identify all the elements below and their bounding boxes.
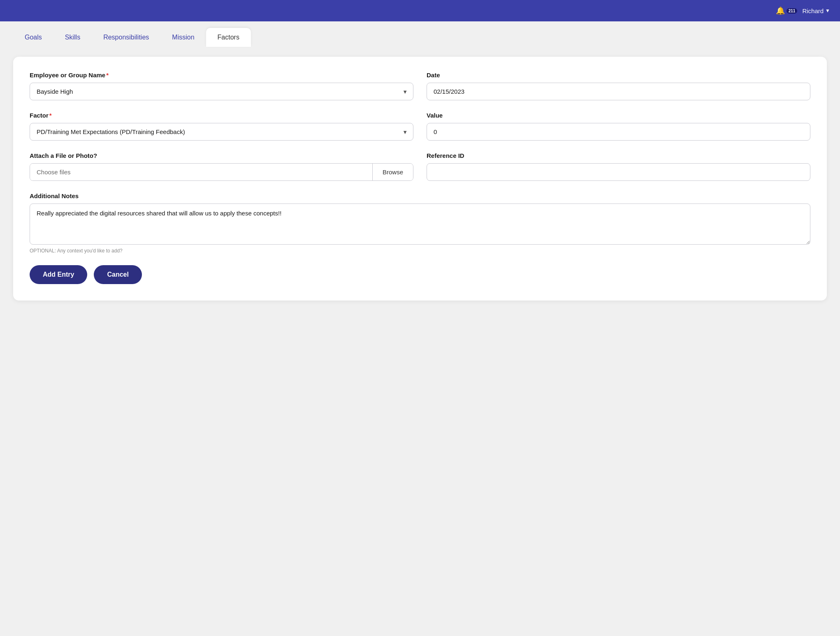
employee-group: Employee or Group Name* Bayside High ▼	[30, 72, 413, 100]
form-row-2: Factor* PD/Training Met Expectations (PD…	[30, 112, 810, 141]
value-input[interactable]	[427, 123, 810, 141]
tab-responsibilities[interactable]: Responsibilities	[92, 28, 160, 47]
file-placeholder: Choose files	[30, 164, 372, 180]
notes-section: Additional Notes Really appreciated the …	[30, 192, 810, 254]
notification-bell[interactable]: 🔔 211	[776, 6, 798, 15]
user-menu[interactable]: Richard ▼	[802, 7, 830, 14]
file-group: Attach a File or Photo? Choose files Bro…	[30, 152, 413, 181]
date-label: Date	[427, 72, 810, 79]
browse-button[interactable]: Browse	[372, 164, 413, 180]
value-group: Value	[427, 112, 810, 141]
factor-select[interactable]: PD/Training Met Expectations (PD/Trainin…	[30, 123, 413, 141]
required-star: *	[106, 72, 109, 79]
employee-select-wrapper: Bayside High ▼	[30, 83, 413, 100]
value-label: Value	[427, 112, 810, 119]
main-content: Employee or Group Name* Bayside High ▼ D…	[0, 47, 840, 317]
reference-label: Reference ID	[427, 152, 810, 159]
factor-select-wrapper: PD/Training Met Expectations (PD/Trainin…	[30, 123, 413, 141]
factor-group: Factor* PD/Training Met Expectations (PD…	[30, 112, 413, 141]
cancel-button[interactable]: Cancel	[94, 265, 142, 284]
employee-label: Employee or Group Name*	[30, 72, 413, 79]
notes-group: Additional Notes Really appreciated the …	[30, 192, 810, 245]
employee-select[interactable]: Bayside High	[30, 83, 413, 100]
form-row-1: Employee or Group Name* Bayside High ▼ D…	[30, 72, 810, 100]
date-group: Date	[427, 72, 810, 100]
user-name: Richard	[802, 7, 824, 14]
optional-hint: OPTIONAL: Any context you'd like to add?	[30, 248, 810, 254]
tab-factors[interactable]: Factors	[206, 28, 251, 47]
notes-label: Additional Notes	[30, 192, 810, 199]
file-input-wrapper: Choose files Browse	[30, 163, 413, 181]
tab-mission[interactable]: Mission	[160, 28, 206, 47]
form-row-3: Attach a File or Photo? Choose files Bro…	[30, 152, 810, 181]
reference-input[interactable]	[427, 163, 810, 181]
chevron-down-icon: ▼	[825, 8, 830, 14]
tab-goals[interactable]: Goals	[13, 28, 53, 47]
form-card: Employee or Group Name* Bayside High ▼ D…	[13, 57, 827, 301]
action-row: Add Entry Cancel	[30, 265, 810, 284]
tab-skills[interactable]: Skills	[53, 28, 92, 47]
reference-group: Reference ID	[427, 152, 810, 181]
tabs-bar: Goals Skills Responsibilities Mission Fa…	[0, 21, 840, 47]
notes-textarea[interactable]: Really appreciated the digital resources…	[30, 204, 810, 245]
notification-badge: 211	[787, 8, 798, 14]
date-input[interactable]	[427, 83, 810, 100]
factor-required-star: *	[49, 112, 52, 119]
attach-label: Attach a File or Photo?	[30, 152, 413, 159]
add-entry-button[interactable]: Add Entry	[30, 265, 87, 284]
topbar: 🔔 211 Richard ▼	[0, 0, 840, 21]
bell-icon: 🔔	[776, 6, 785, 15]
factor-label: Factor*	[30, 112, 413, 119]
